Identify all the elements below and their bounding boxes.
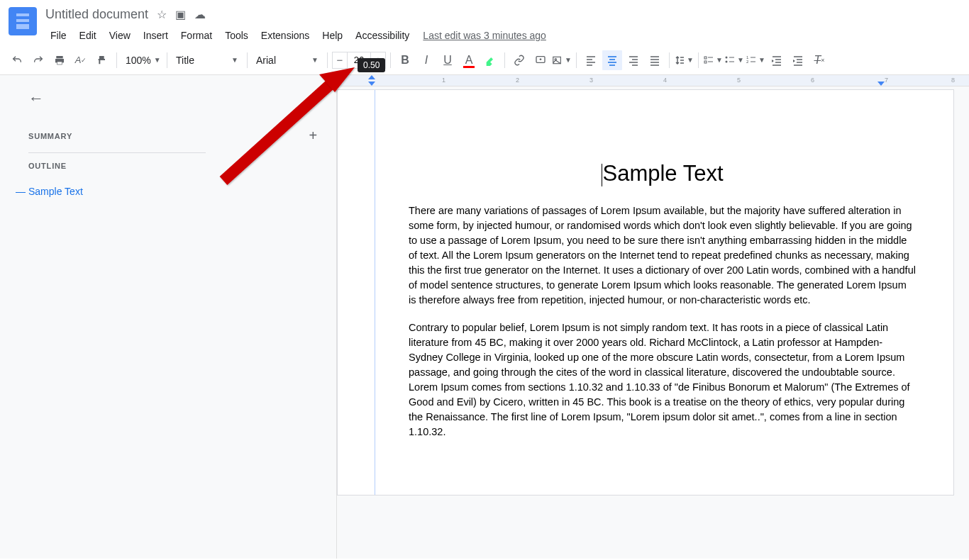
align-center-button[interactable] <box>602 50 622 70</box>
svg-rect-8 <box>704 57 707 59</box>
menu-insert[interactable]: Insert <box>138 28 173 43</box>
align-justify-button[interactable] <box>645 50 665 70</box>
bold-button[interactable]: B <box>395 50 415 70</box>
outline-item[interactable]: Sample Text <box>28 183 318 200</box>
menu-view[interactable]: View <box>104 28 135 43</box>
print-button[interactable] <box>50 50 70 70</box>
redo-button[interactable] <box>28 50 48 70</box>
image-button[interactable]: ▼ <box>552 50 572 70</box>
docs-logo[interactable] <box>9 7 37 35</box>
close-outline-button[interactable]: ← <box>28 89 318 108</box>
clear-formatting-button[interactable]: T× <box>809 50 829 70</box>
fontsize-minus[interactable]: − <box>332 52 348 69</box>
text-color-button[interactable]: A <box>459 50 479 70</box>
numbered-list-button[interactable]: 12▼ <box>746 50 765 70</box>
menu-accessibility[interactable]: Accessibility <box>350 28 414 43</box>
paint-format-button[interactable] <box>92 50 112 70</box>
menu-extensions[interactable]: Extensions <box>256 28 314 43</box>
highlight-button[interactable] <box>480 50 500 70</box>
first-line-indent-marker[interactable] <box>368 75 375 79</box>
menu-tools[interactable]: Tools <box>220 28 253 43</box>
link-button[interactable] <box>509 50 529 70</box>
align-right-button[interactable] <box>624 50 643 70</box>
svg-point-10 <box>726 56 728 58</box>
right-indent-marker[interactable] <box>877 82 885 86</box>
menu-format[interactable]: Format <box>176 28 217 43</box>
document-title[interactable]: Untitled document <box>45 7 148 22</box>
italic-button[interactable]: I <box>416 50 436 70</box>
svg-rect-0 <box>56 56 62 58</box>
document-heading[interactable]: Sample Text <box>409 161 917 186</box>
paragraph-2[interactable]: Contrary to popular belief, Lorem Ipsum … <box>409 320 917 439</box>
horizontal-ruler[interactable]: 1 2 3 4 5 6 7 8 <box>337 75 969 86</box>
left-indent-marker[interactable] <box>368 82 375 86</box>
svg-rect-9 <box>704 61 707 63</box>
margin-guide <box>375 90 375 495</box>
star-icon[interactable]: ☆ <box>157 8 167 21</box>
line-spacing-button[interactable]: ▼ <box>674 50 694 70</box>
move-icon[interactable]: ▣ <box>175 8 186 21</box>
comment-button[interactable] <box>531 50 550 70</box>
indent-increase-button[interactable] <box>788 50 808 70</box>
svg-point-11 <box>726 60 728 62</box>
bullet-list-button[interactable]: ▼ <box>724 50 744 70</box>
menu-file[interactable]: File <box>45 28 72 43</box>
menu-help[interactable]: Help <box>317 28 348 43</box>
add-summary-button[interactable]: + <box>309 128 318 144</box>
undo-button[interactable] <box>7 50 27 70</box>
cloud-icon[interactable]: ☁ <box>194 8 206 21</box>
summary-header: SUMMARY + <box>28 128 318 144</box>
spellcheck-button[interactable]: A✓ <box>71 50 91 70</box>
document-page[interactable]: Sample Text There are many variations of… <box>337 89 954 495</box>
style-select[interactable]: Title▼ <box>172 51 243 69</box>
indent-tooltip: 0.50 <box>358 58 385 72</box>
outline-header: OUTLINE <box>28 162 318 170</box>
align-left-button[interactable] <box>581 50 601 70</box>
outline-panel: ← SUMMARY + OUTLINE Sample Text <box>0 75 337 559</box>
svg-text:2: 2 <box>746 60 749 64</box>
svg-rect-2 <box>57 62 62 65</box>
indent-decrease-button[interactable] <box>767 50 787 70</box>
checklist-button[interactable]: ▼ <box>703 50 723 70</box>
last-edit-link[interactable]: Last edit was 3 minutes ago <box>423 30 546 41</box>
paragraph-1[interactable]: There are many variations of passages of… <box>409 203 917 308</box>
underline-button[interactable]: U <box>438 50 458 70</box>
font-select[interactable]: Arial▼ <box>252 51 323 69</box>
menu-edit[interactable]: Edit <box>74 28 101 43</box>
zoom-select[interactable]: 100%▼ <box>121 51 162 69</box>
